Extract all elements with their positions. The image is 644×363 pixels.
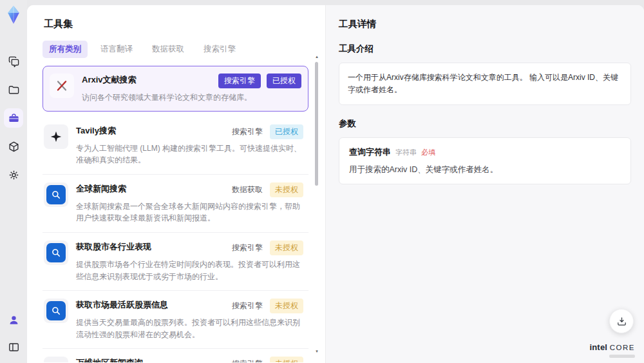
scroll-down-arrow-icon[interactable]: ▾ bbox=[314, 349, 319, 354]
tool-card-body: 获取股市各行业表现 搜索引擎 未授权 提供股票市场各个行业在特定时间段内的表现。… bbox=[76, 240, 303, 282]
brand-name: intel bbox=[589, 342, 607, 352]
category-tab[interactable]: 所有类别 bbox=[43, 41, 88, 58]
tool-icon-box bbox=[44, 182, 68, 207]
tool-icon-box bbox=[44, 357, 68, 362]
status-badge: 已授权 bbox=[267, 74, 301, 88]
tool-card[interactable]: 万维地区新闻查询 搜索引擎 未授权 查询具体行政区划内的新闻，快速了解各地新闻动 bbox=[43, 349, 308, 362]
category-tabs: 所有类别 语言翻译 数据获取 搜索引擎 bbox=[43, 41, 308, 58]
toolset-panel: 工具集 所有类别 语言翻译 数据获取 搜索引擎 bbox=[27, 5, 325, 363]
tool-description: 提供当天交易量最高的股票列表。投资者可以利用这些信息来识别流动性强的股票和潜在的… bbox=[76, 317, 303, 340]
tool-name: 获取股市各行业表现 bbox=[76, 240, 231, 253]
search-icon bbox=[46, 301, 66, 320]
tool-description: 全球新闻搜索是一个聚合全球各大新闻网站内容的搜索引擎，帮助用户快速获取全球最新资… bbox=[76, 201, 303, 224]
status-badge: 未授权 bbox=[270, 299, 303, 313]
tool-description: 专为人工智能代理 (LLM) 构建的搜索引擎工具。可快速提供实时、准确和真实的结… bbox=[76, 142, 303, 166]
tool-badges: 数据获取 未授权 bbox=[231, 182, 303, 197]
category-tab[interactable]: 数据获取 bbox=[146, 41, 191, 58]
param-type: 字符串 bbox=[395, 148, 417, 157]
main-content: 工具集 所有类别 语言翻译 数据获取 搜索引擎 bbox=[27, 5, 644, 363]
search-icon bbox=[46, 243, 66, 262]
sidebar-item-settings[interactable] bbox=[4, 165, 23, 184]
category-badge: 搜索引擎 bbox=[231, 124, 264, 139]
tool-card-body: 全球新闻搜索 数据获取 未授权 全球新闻搜索是一个聚合全球各大新闻网站内容的搜索… bbox=[76, 182, 303, 224]
tool-card[interactable]: 获取股市各行业表现 搜索引擎 未授权 提供股票市场各个行业在特定时间段内的表现。… bbox=[43, 233, 308, 291]
cube-icon bbox=[8, 141, 20, 153]
arxiv-icon bbox=[54, 78, 70, 93]
tool-badges: 搜索引擎 已授权 bbox=[231, 124, 303, 139]
tool-badges: 搜索引擎 未授权 bbox=[231, 299, 303, 313]
param-description: 用于搜索的Arxiv ID、关键字或作者姓名。 bbox=[349, 164, 621, 175]
tavily-star-icon bbox=[49, 130, 63, 144]
panel-collapse-icon bbox=[8, 341, 20, 353]
params-heading: 参数 bbox=[339, 118, 631, 130]
detail-title: 工具详情 bbox=[339, 18, 631, 30]
status-badge: 未授权 bbox=[270, 240, 303, 255]
tool-list: Arxiv文献搜索 搜索引擎 已授权 访问各个研究领域大量科学论文和文章的存储库… bbox=[43, 66, 308, 362]
category-badge: 搜索引擎 bbox=[231, 299, 264, 313]
status-badge: 已授权 bbox=[270, 124, 303, 139]
tool-card[interactable]: Tavily搜索 搜索引擎 已授权 专为人工智能代理 (LLM) 构建的搜索引擎… bbox=[43, 117, 308, 175]
tool-name: 全球新闻搜索 bbox=[76, 182, 231, 195]
tab-label: 数据获取 bbox=[152, 44, 184, 54]
intel-core-logo: intel CORE bbox=[589, 341, 635, 358]
status-badge: 未授权 bbox=[270, 182, 303, 197]
tool-icon-box bbox=[44, 124, 68, 149]
gear-icon bbox=[8, 169, 20, 181]
news-icon bbox=[48, 361, 64, 362]
toolbox-icon bbox=[8, 112, 20, 124]
tool-icon-box bbox=[44, 299, 68, 323]
tool-description: 提供股票市场各个行业在特定时间段内的表现。投资者可以利用这些信息来识别表现优于或… bbox=[76, 259, 303, 282]
page-title: 工具集 bbox=[44, 18, 308, 30]
download-button[interactable] bbox=[609, 309, 634, 333]
sidebar-bottom bbox=[0, 310, 27, 357]
param-name: 查询字符串 bbox=[349, 146, 391, 158]
params-list: 查询字符串 字符串 必填 用于搜索的Arxiv ID、关键字或作者姓名。 bbox=[339, 137, 631, 184]
tool-name: 获取市场最活跃股票信息 bbox=[76, 299, 231, 311]
tab-label: 语言翻译 bbox=[100, 44, 133, 54]
tool-badges: 搜索引擎 已授权 bbox=[218, 74, 301, 88]
user-icon bbox=[8, 314, 20, 326]
sidebar-item-toolset[interactable] bbox=[4, 108, 23, 128]
sidebar-item-account[interactable] bbox=[4, 310, 23, 329]
category-badge: 搜索引擎 bbox=[231, 240, 264, 255]
category-tab[interactable]: 搜索引擎 bbox=[197, 41, 242, 58]
tool-card-body: 万维地区新闻查询 搜索引擎 未授权 查询具体行政区划内的新闻，快速了解各地新闻动 bbox=[76, 357, 303, 362]
app-logo-icon bbox=[5, 5, 23, 25]
folder-icon bbox=[8, 84, 20, 96]
tool-name: 万维地区新闻查询 bbox=[76, 357, 231, 362]
category-badge: 搜索引擎 bbox=[231, 357, 264, 362]
app-sidebar bbox=[0, 0, 27, 363]
tool-card[interactable]: 全球新闻搜索 数据获取 未授权 全球新闻搜索是一个聚合全球各大新闻网站内容的搜索… bbox=[43, 175, 308, 233]
scrollbar-thumb[interactable] bbox=[315, 62, 318, 186]
tab-label: 搜索引擎 bbox=[204, 44, 236, 54]
intro-heading: 工具介绍 bbox=[339, 43, 631, 55]
scroll-up-arrow-icon[interactable]: ▴ bbox=[314, 54, 319, 59]
tool-card[interactable]: 获取市场最活跃股票信息 搜索引擎 未授权 提供当天交易量最高的股票列表。投资者可… bbox=[43, 291, 308, 349]
tool-card[interactable]: Arxiv文献搜索 搜索引擎 已授权 访问各个研究领域大量科学论文和文章的存储库… bbox=[43, 66, 308, 112]
sidebar-nav bbox=[4, 52, 23, 184]
tool-icon-box bbox=[50, 74, 74, 98]
param-required-badge: 必填 bbox=[421, 148, 435, 157]
tool-description: 访问各个研究领域大量科学论文和文章的存储库。 bbox=[82, 92, 301, 104]
sidebar-item-files[interactable] bbox=[4, 80, 23, 99]
brand-series: CORE bbox=[610, 344, 635, 351]
intro-text: 一个用于从Arxiv存储库搜索科学论文和文章的工具。 输入可以是Arxiv ID… bbox=[339, 63, 631, 105]
tool-icon-box bbox=[44, 240, 68, 265]
tab-label: 所有类别 bbox=[49, 44, 81, 54]
search-icon bbox=[46, 185, 66, 204]
sidebar-item-collapse[interactable] bbox=[4, 337, 23, 357]
tool-card-body: Arxiv文献搜索 搜索引擎 已授权 访问各个研究领域大量科学论文和文章的存储库… bbox=[82, 74, 301, 104]
tool-badges: 搜索引擎 未授权 bbox=[231, 240, 303, 255]
category-badge: 搜索引擎 bbox=[218, 74, 261, 88]
tool-badges: 搜索引擎 未授权 bbox=[231, 357, 303, 362]
tool-name: Tavily搜索 bbox=[76, 124, 231, 137]
chat-icon bbox=[8, 55, 20, 68]
sidebar-item-chat[interactable] bbox=[4, 52, 23, 71]
category-badge: 数据获取 bbox=[231, 182, 264, 197]
sidebar-item-models[interactable] bbox=[4, 137, 23, 156]
status-badge: 未授权 bbox=[270, 357, 303, 362]
category-tab[interactable]: 语言翻译 bbox=[94, 41, 139, 58]
list-scrollbar[interactable]: ▴ ▾ bbox=[314, 54, 319, 354]
tool-name: Arxiv文献搜索 bbox=[82, 74, 218, 86]
brand-subtext-bar bbox=[609, 355, 635, 358]
